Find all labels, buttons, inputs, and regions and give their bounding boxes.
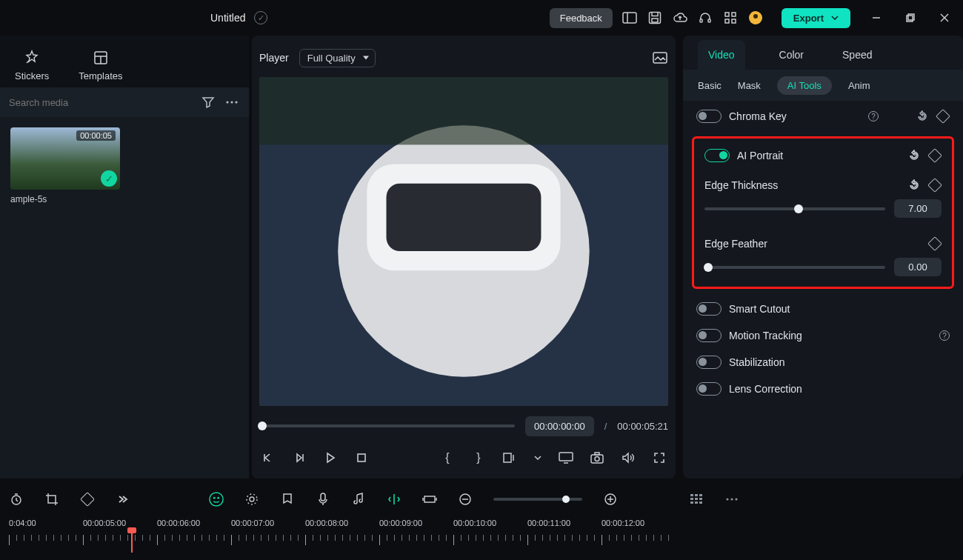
motion-tracking-toggle[interactable]	[696, 329, 722, 342]
stickers-icon	[24, 50, 40, 66]
effects-icon[interactable]	[244, 492, 259, 507]
tab-stickers[interactable]: Stickers	[15, 50, 49, 81]
media-clip[interactable]: 00:00:05 ✓	[10, 127, 120, 190]
volume-icon[interactable]	[621, 450, 636, 465]
timeline-ruler[interactable]: 0:04:0000:00:05:0000:00:06:0000:00:07:00…	[9, 519, 954, 556]
zoom-slider[interactable]	[493, 498, 582, 501]
export-label: Export	[793, 13, 824, 24]
profile-icon[interactable]	[747, 10, 764, 26]
info-icon[interactable]: ?	[939, 330, 950, 341]
media-grid: 00:00:05 ✓ ample-5s	[0, 117, 249, 479]
svg-point-39	[247, 494, 257, 504]
svg-rect-55	[695, 501, 698, 504]
search-input[interactable]	[9, 97, 193, 108]
ai-icon[interactable]	[209, 492, 224, 507]
snapshot-settings-icon[interactable]	[652, 50, 668, 66]
close-button[interactable]	[936, 10, 953, 26]
time-sep: /	[604, 421, 607, 432]
seek-bar[interactable]	[259, 424, 515, 427]
more-icon[interactable]	[224, 94, 240, 110]
edge-thickness-slider[interactable]	[704, 207, 885, 210]
svg-rect-5	[708, 19, 710, 22]
stop-icon[interactable]	[354, 450, 369, 465]
playhead[interactable]	[131, 532, 133, 553]
mark-out-icon[interactable]: }	[471, 450, 486, 465]
svg-rect-33	[595, 453, 599, 455]
step-forward-icon[interactable]	[292, 450, 307, 465]
reset-icon[interactable]	[907, 179, 921, 192]
info-icon[interactable]: ?	[868, 111, 879, 121]
svg-rect-40	[321, 493, 325, 501]
edge-feather-value[interactable]: 0.00	[894, 258, 942, 276]
svg-rect-51	[690, 498, 693, 500]
prev-frame-icon[interactable]	[261, 450, 276, 465]
export-button[interactable]: Export	[782, 8, 850, 28]
chroma-key-label: Chroma Key	[729, 110, 861, 122]
display-icon[interactable]	[559, 450, 573, 465]
fullscreen-icon[interactable]	[652, 450, 667, 465]
smart-cutout-label: Smart Cutout	[729, 303, 950, 315]
minimize-button[interactable]	[868, 10, 884, 26]
edge-feather-slider[interactable]	[704, 266, 885, 269]
ripple-icon[interactable]	[422, 492, 437, 507]
edge-thickness-value[interactable]: 7.00	[894, 199, 942, 218]
stabilization-toggle[interactable]	[696, 356, 722, 369]
keyframe-icon[interactable]	[928, 237, 942, 250]
feedback-button[interactable]: Feedback	[550, 8, 613, 28]
timer-icon[interactable]	[9, 492, 24, 507]
svg-point-58	[730, 498, 733, 500]
aspect-icon[interactable]	[502, 450, 517, 465]
project-title: Untitled	[210, 12, 245, 24]
keyframe-icon[interactable]	[936, 110, 950, 123]
camera-icon[interactable]	[590, 450, 604, 465]
headset-icon[interactable]	[697, 10, 713, 26]
crop-icon[interactable]	[44, 492, 59, 507]
tab-speed[interactable]: Speed	[838, 40, 876, 70]
mic-icon[interactable]	[316, 492, 330, 507]
reset-icon[interactable]	[907, 149, 921, 162]
ai-portrait-row: AI Portrait	[704, 149, 942, 162]
chevron-down-icon[interactable]	[533, 450, 542, 465]
highlighted-section: AI Portrait Edge Thickness 7.00	[692, 136, 954, 289]
smart-cutout-toggle[interactable]	[696, 302, 722, 316]
svg-rect-13	[907, 16, 913, 21]
stabilization-row: Stabilization	[696, 356, 950, 369]
marker-icon[interactable]	[280, 492, 295, 507]
reset-icon[interactable]	[916, 110, 929, 123]
filter-icon[interactable]	[200, 94, 216, 110]
apps-icon[interactable]	[722, 10, 739, 26]
tab-video[interactable]: Video	[698, 40, 745, 70]
chroma-key-toggle[interactable]	[696, 110, 722, 123]
cloud-icon[interactable]	[672, 10, 688, 26]
ruler-label: 00:00:09:00	[379, 519, 453, 527]
subtab-mask[interactable]: Mask	[738, 80, 761, 91]
tab-color[interactable]: Color	[775, 40, 808, 70]
split-icon[interactable]	[387, 492, 401, 507]
title-bar: Untitled ✓ Feedback Export	[0, 0, 963, 36]
track-view-icon[interactable]	[689, 492, 704, 507]
lens-correction-toggle[interactable]	[696, 382, 722, 396]
subtab-basic[interactable]: Basic	[698, 80, 722, 91]
keyframe-icon[interactable]	[928, 149, 942, 162]
video-preview[interactable]	[259, 77, 668, 406]
more-icon[interactable]	[724, 492, 739, 507]
quality-select[interactable]: Full Quality	[299, 49, 376, 67]
audio-icon[interactable]	[351, 492, 366, 507]
play-icon[interactable]	[323, 450, 338, 465]
tab-templates-label: Templates	[79, 70, 122, 81]
ruler-label: 00:00:07:00	[231, 519, 305, 527]
keyframe-diamond-icon[interactable]	[80, 492, 95, 507]
keyframe-icon[interactable]	[928, 179, 942, 192]
tab-templates[interactable]: Templates	[79, 50, 122, 81]
subtab-anim[interactable]: Anim	[848, 80, 870, 91]
maximize-button[interactable]	[902, 10, 919, 26]
layout-icon[interactable]	[622, 10, 638, 26]
subtab-aitools[interactable]: AI Tools	[777, 76, 832, 95]
save-icon[interactable]	[647, 10, 663, 26]
zoom-out-icon[interactable]	[458, 492, 473, 507]
expand-icon[interactable]	[116, 492, 130, 507]
media-panel: Stickers Templates 00:00:05 ✓ ample-5s	[0, 36, 249, 479]
ai-portrait-toggle[interactable]	[704, 149, 730, 162]
mark-in-icon[interactable]: {	[440, 450, 455, 465]
zoom-in-icon[interactable]	[603, 492, 618, 507]
